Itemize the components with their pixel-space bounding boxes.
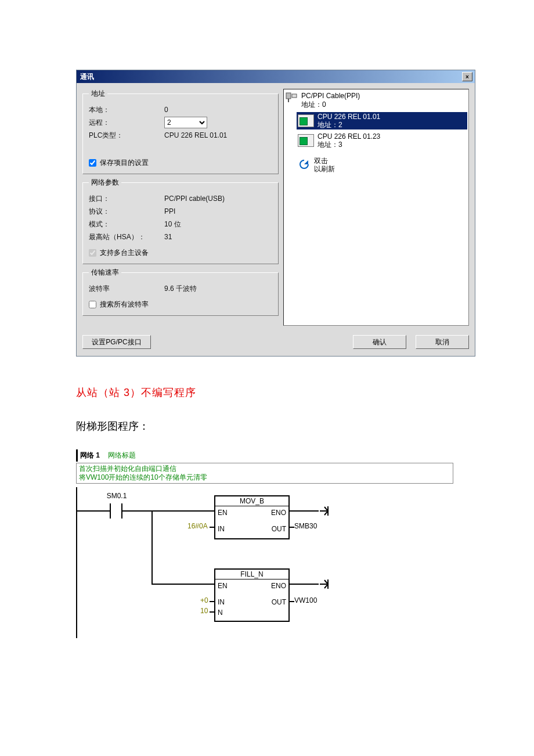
baud-label: 波特率 [89,284,164,294]
refresh-line2: 以刷新 [314,165,335,173]
save-settings-label: 保存项目的设置 [100,158,149,168]
hsa-value: 31 [164,233,272,241]
search-baud-checkbox[interactable] [89,301,96,308]
pin-eno: ENO [271,509,286,517]
movb-in-value: 16#0A [187,522,208,530]
plctype-label: PLC类型： [89,131,164,141]
contact-label: SM0.1 [99,492,134,500]
contact-sm01 [110,503,122,519]
save-settings-checkbox[interactable] [89,159,96,167]
pin-eno: ENO [271,582,286,590]
filln-in-value: +0 [200,596,208,604]
interface-value: PC/PPI cable(USB) [164,195,272,203]
pin-n: N [218,609,223,617]
fblock-title: FILL_N [215,570,288,579]
communication-dialog: 通讯 × 地址 本地： 0 远程： 2 PL [76,70,475,357]
close-button[interactable]: × [462,72,472,81]
protocol-value: PPI [164,207,272,215]
plctype-value: CPU 226 REL 01.01 [164,131,272,139]
movb-out-value: SMB30 [294,522,317,530]
network-header: 网络 1 网络标题 [76,449,453,462]
refresh-icon [298,159,311,172]
pin-in: IN [218,525,225,533]
left-column: 地址 本地： 0 远程： 2 PLC类型： CPU 226 REL 01.01 [82,89,279,326]
network-title: 网络标题 [108,451,136,460]
interface-label: 接口： [89,194,164,204]
dialog-footer: 设置PG/PC接口 确认 取消 [77,332,475,356]
address-group: 地址 本地： 0 远程： 2 PLC类型： CPU 226 REL 01.01 [82,89,279,174]
tree-refresh[interactable]: 双击 以刷新 [297,156,467,174]
hsa-label: 最高站（HSA）： [89,232,164,242]
right-column: PC/PPI Cable(PPI) 地址：0 CPU 226 REL 01.01… [283,89,469,326]
protocol-label: 协议： [89,207,164,217]
note-text-black: 附梯形图程序： [76,419,534,433]
pin-en: EN [218,582,228,590]
pin-out: OUT [272,525,286,533]
local-label: 本地： [89,105,164,115]
cancel-button[interactable]: 取消 [416,335,469,349]
mode-value: 10 位 [164,219,272,229]
search-baud-label: 搜索所有波特率 [100,300,149,309]
note-text-red: 从站（站 3）不编写程序 [76,386,534,399]
multimaster-label: 支持多台主设备 [100,248,149,258]
titlebar: 通讯 × [77,70,475,83]
network-params-group: 网络参数 接口： PC/PPI cable(USB) 协议： PPI 模式： 1… [82,178,279,264]
refresh-line1: 双击 [314,157,335,165]
filln-n-value: 10 [200,607,208,615]
desc-line1: 首次扫描并初始化自由端口通信 [79,465,450,473]
local-value: 0 [164,106,272,114]
baud-legend: 传输速率 [89,268,121,278]
network-description: 首次扫描并初始化自由端口通信 将VW100开始的连续的10个存储单元清零 [76,463,453,484]
fblock-title: MOV_B [215,496,288,506]
mode-label: 模式： [89,219,164,229]
baud-group: 传输速率 波特率 9.6 千波特 搜索所有波特率 [82,268,279,316]
tree-root[interactable]: PC/PPI Cable(PPI) 地址：0 [285,92,467,110]
tree-item-cpu-2[interactable]: CPU 226 REL 01.01 地址：2 [297,112,467,129]
address-legend: 地址 [89,89,107,99]
tree-item-addr: 地址：2 [317,121,380,129]
pin-en: EN [218,509,228,517]
cable-icon [285,92,299,107]
ladder-diagram: 网络 1 网络标题 首次扫描并初始化自由端口通信 将VW100开始的连续的10个… [76,449,453,638]
device-tree[interactable]: PC/PPI Cable(PPI) 地址：0 CPU 226 REL 01.01… [283,89,469,326]
tree-root-addr: 地址：0 [301,100,360,110]
tree-item-cpu-3[interactable]: CPU 226 REL 01.23 地址：3 [297,132,467,149]
remote-label: 远程： [89,118,164,128]
left-rail [76,487,77,638]
eno-arrow-icon [319,578,331,591]
svg-rect-0 [286,93,291,99]
pgpc-button[interactable]: 设置PG/PC接口 [82,335,151,349]
remote-combobox[interactable]: 2 [164,117,207,128]
pin-out: OUT [272,598,286,606]
function-block-movb: MOV_B EN ENO IN OUT [214,495,290,539]
ladder-rung: SM0.1 MOV_B EN ENO IN OUT 16#0A SMB30 FI… [76,487,453,638]
dialog-title: 通讯 [80,72,94,82]
plc-icon [298,114,314,127]
plc-icon [298,134,314,147]
svg-rect-1 [292,94,297,98]
network-number: 网络 1 [80,451,100,460]
tree-item-name: CPU 226 REL 01.01 [317,113,380,121]
ok-button[interactable]: 确认 [353,335,406,349]
baud-value: 9.6 千波特 [164,284,272,294]
network-params-legend: 网络参数 [89,178,121,188]
multimaster-checkbox [89,249,96,257]
function-block-filln: FILL_N EN ENO IN OUT N [214,568,290,622]
pin-in: IN [218,598,225,606]
tree-item-addr: 地址：3 [317,141,380,149]
eno-arrow-icon [319,505,331,517]
tree-root-name: PC/PPI Cable(PPI) [301,92,360,100]
filln-out-value: VW100 [294,596,317,604]
desc-line2: 将VW100开始的连续的10个存储单元清零 [79,473,450,482]
tree-item-name: CPU 226 REL 01.23 [317,132,380,141]
